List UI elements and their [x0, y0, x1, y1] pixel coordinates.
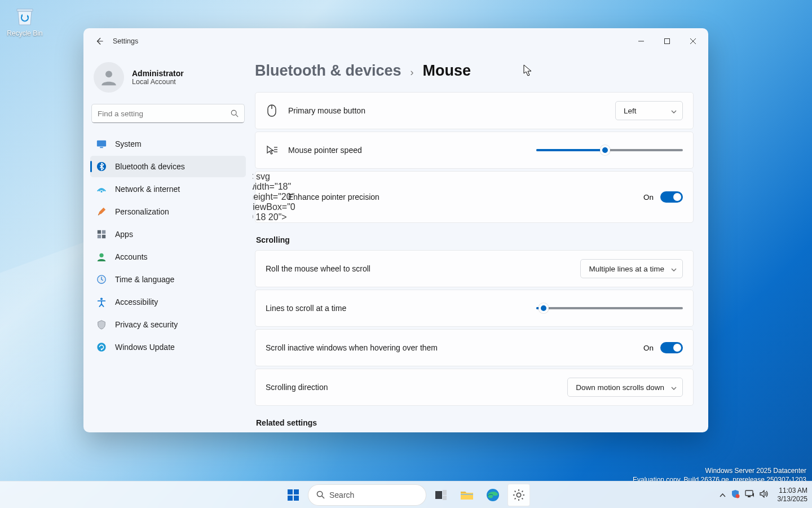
tray-volume-icon[interactable] — [760, 490, 769, 500]
nav-personalization[interactable]: Personalization — [90, 201, 246, 222]
svg-rect-30 — [443, 496, 447, 500]
setting-roll-wheel: Roll the mouse wheel to scroll Multiple … — [255, 250, 694, 287]
setting-label: Lines to scroll at a time — [266, 304, 346, 313]
toggle-state: On — [643, 344, 654, 352]
nav-privacy[interactable]: Privacy & security — [90, 314, 246, 335]
lines-scroll-slider[interactable] — [536, 303, 683, 314]
chevron-up-icon — [720, 493, 726, 497]
edge-button[interactable] — [482, 484, 504, 506]
network-monitor-icon — [745, 490, 754, 498]
setting-label: Roll the mouse wheel to scroll — [266, 264, 370, 273]
taskbar-search[interactable]: Search — [308, 484, 426, 506]
settings-taskbar-button[interactable] — [508, 484, 530, 506]
system-icon — [96, 138, 107, 150]
svg-rect-43 — [745, 491, 753, 496]
recycle-bin[interactable]: Recycle Bin — [5, 5, 45, 37]
shield-icon — [731, 489, 740, 498]
clock-date: 3/13/2025 — [778, 495, 807, 503]
svg-rect-22 — [288, 489, 293, 494]
toggle-state: On — [643, 193, 654, 202]
svg-rect-11 — [98, 235, 101, 238]
primary-button-dropdown[interactable]: Left — [615, 101, 683, 120]
dropdown-value: Left — [624, 107, 637, 115]
section-scrolling: Scrolling — [256, 235, 694, 244]
svg-point-42 — [735, 494, 739, 498]
close-icon — [690, 38, 696, 44]
personalization-icon — [96, 206, 107, 217]
nav-system[interactable]: System — [90, 133, 246, 155]
svg-line-39 — [522, 498, 523, 499]
nav-network[interactable]: Network & internet — [90, 178, 246, 200]
back-button[interactable] — [90, 32, 108, 50]
svg-line-41 — [522, 491, 523, 492]
svg-point-33 — [517, 493, 520, 497]
maximize-button[interactable] — [654, 28, 680, 54]
recycle-bin-label: Recycle Bin — [7, 29, 42, 37]
apps-icon — [96, 229, 107, 240]
scroll-direction-dropdown[interactable]: Down motion scrolls down — [567, 378, 683, 397]
nav-bluetooth-devices[interactable]: Bluetooth & devices — [90, 156, 246, 177]
nav-label: Personalization — [115, 207, 169, 216]
nav-accessibility[interactable]: Accessibility — [90, 291, 246, 313]
file-explorer-button[interactable] — [456, 484, 478, 506]
setting-primary-mouse-button: Primary mouse button Left — [255, 92, 694, 129]
svg-rect-28 — [435, 491, 442, 499]
tray-security-icon[interactable] — [731, 489, 740, 500]
setting-enhance-precision: < svg width="18" height="20" viewBox="0 … — [255, 171, 694, 223]
setting-label: Enhance pointer precision — [288, 192, 379, 202]
settings-search-input[interactable] — [98, 110, 231, 118]
nav-list: System Bluetooth & devices Network & int… — [90, 133, 246, 358]
pointer-speed-slider[interactable] — [536, 144, 683, 156]
privacy-icon — [96, 319, 107, 330]
maximize-icon — [664, 38, 670, 44]
svg-rect-12 — [102, 235, 105, 238]
search-icon — [231, 110, 239, 117]
settings-search[interactable] — [91, 104, 245, 123]
roll-wheel-dropdown[interactable]: Multiple lines at a time — [580, 259, 683, 278]
svg-rect-23 — [294, 489, 299, 494]
nav-time-language[interactable]: Time & language — [90, 269, 246, 290]
chevron-down-icon — [671, 107, 677, 115]
setting-label: Mouse pointer speed — [288, 146, 362, 155]
bluetooth-icon — [96, 161, 107, 172]
slider-thumb[interactable] — [539, 303, 549, 313]
taskbar-search-label: Search — [329, 491, 354, 500]
settings-window: Settings Administrator Local Account — [83, 28, 708, 432]
scroll-inactive-toggle[interactable] — [660, 342, 683, 353]
pointer-speed-icon — [266, 145, 278, 155]
svg-point-3 — [231, 110, 236, 115]
back-arrow-icon — [95, 37, 103, 45]
time-icon — [96, 274, 107, 285]
dropdown-value: Down motion scrolls down — [576, 383, 664, 392]
nav-windows-update[interactable]: Windows Update — [90, 336, 246, 358]
nav-label: Privacy & security — [115, 320, 178, 329]
tray-network-icon[interactable] — [745, 490, 754, 500]
svg-point-13 — [99, 253, 103, 257]
chevron-down-icon — [671, 265, 677, 273]
account-block[interactable]: Administrator Local Account — [90, 58, 246, 103]
setting-scroll-direction: Scrolling direction Down motion scrolls … — [255, 369, 694, 406]
nav-apps[interactable]: Apps — [90, 224, 246, 245]
task-view-button[interactable] — [430, 484, 452, 506]
tray-chevron[interactable] — [720, 491, 726, 499]
setting-lines-scroll: Lines to scroll at a time — [255, 290, 694, 327]
enhance-precision-toggle[interactable] — [660, 191, 683, 203]
slider-thumb[interactable] — [600, 145, 610, 155]
minimize-button[interactable] — [628, 28, 654, 54]
breadcrumb: Bluetooth & devices › Mouse — [255, 56, 694, 92]
nav-accounts[interactable]: Accounts — [90, 246, 246, 268]
nav-label: Time & language — [115, 275, 174, 284]
edge-icon — [486, 488, 500, 502]
svg-rect-25 — [294, 496, 299, 501]
breadcrumb-parent[interactable]: Bluetooth & devices — [255, 62, 401, 80]
taskbar-clock[interactable]: 11:03 AM 3/13/2025 — [778, 487, 807, 503]
nav-label: Accounts — [115, 252, 148, 261]
setting-label: Primary mouse button — [288, 106, 365, 115]
close-button[interactable] — [680, 28, 706, 54]
start-button[interactable] — [282, 484, 304, 506]
search-icon — [316, 491, 325, 499]
nav-label: Bluetooth & devices — [115, 162, 185, 171]
clock-time: 11:03 AM — [778, 487, 807, 494]
svg-point-8 — [100, 191, 102, 192]
setting-label: Scrolling direction — [266, 383, 328, 392]
